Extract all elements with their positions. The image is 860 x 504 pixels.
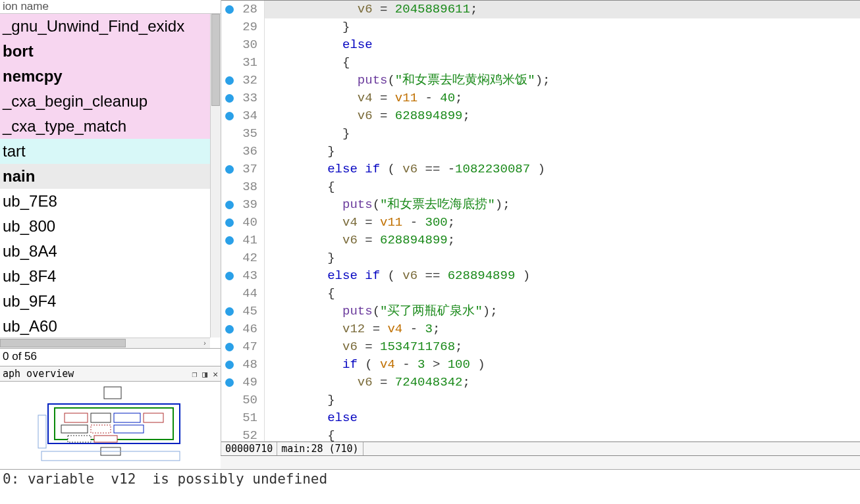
functions-vscrollbar[interactable] <box>210 14 221 338</box>
code-line[interactable]: puts("和女票去吃海底捞"); <box>265 196 860 214</box>
breakpoint-slot[interactable] <box>221 214 237 232</box>
output-content[interactable]: 0: variable v12 is possibly undefined <box>0 470 860 488</box>
code-line[interactable]: v6 = 628894899; <box>265 232 860 249</box>
breakpoint-slot[interactable] <box>221 161 237 178</box>
function-list-item[interactable]: nain <box>0 164 211 189</box>
function-list-item[interactable]: _cxa_type_match <box>0 114 211 139</box>
breakpoint-dot-icon[interactable] <box>225 307 234 316</box>
breakpoint-gutter[interactable] <box>221 1 237 441</box>
breakpoint-slot[interactable] <box>221 125 237 143</box>
breakpoint-slot[interactable] <box>221 303 237 320</box>
code-line[interactable]: else <box>265 36 860 54</box>
breakpoint-slot[interactable] <box>221 89 237 107</box>
breakpoint-slot[interactable] <box>221 320 237 338</box>
breakpoint-slot[interactable] <box>221 178 237 196</box>
breakpoint-slot[interactable] <box>221 232 237 249</box>
breakpoint-dot-icon[interactable] <box>225 361 234 369</box>
code-line[interactable]: v6 = 628894899; <box>265 107 860 125</box>
breakpoint-slot[interactable] <box>221 267 237 285</box>
breakpoint-dot-icon[interactable] <box>225 325 234 334</box>
code-line[interactable]: } <box>265 18 860 36</box>
code-line[interactable]: { <box>265 54 860 72</box>
function-list[interactable]: _gnu_Unwind_Find_exidxbortnemcpy_cxa_beg… <box>0 14 211 348</box>
svg-rect-9 <box>114 425 144 433</box>
line-number: 41 <box>237 232 257 249</box>
code-line[interactable]: { <box>265 178 860 196</box>
breakpoint-dot-icon[interactable] <box>225 94 234 103</box>
code-line[interactable]: } <box>265 143 860 161</box>
popout-icon[interactable]: ◨ <box>202 369 207 379</box>
function-list-item[interactable]: tart <box>0 139 211 164</box>
function-list-item[interactable]: nemcpy <box>0 64 211 89</box>
code-line[interactable]: { <box>265 427 860 441</box>
function-list-item[interactable]: _gnu_Unwind_Find_exidx <box>0 14 211 39</box>
code-line[interactable]: v6 = 724048342; <box>265 374 860 391</box>
breakpoint-dot-icon[interactable] <box>225 218 234 227</box>
code-line[interactable]: puts("买了两瓶矿泉水"); <box>265 303 860 320</box>
functions-hscrollbar[interactable]: › <box>0 338 210 348</box>
breakpoint-slot[interactable] <box>221 427 237 441</box>
scrollbar-thumb[interactable] <box>0 339 126 347</box>
svg-rect-3 <box>65 413 88 422</box>
code-line[interactable]: } <box>265 125 860 143</box>
function-list-item[interactable]: ub_9F4 <box>0 289 211 314</box>
breakpoint-slot[interactable] <box>221 356 237 374</box>
code-line[interactable]: if ( v4 - 3 > 100 ) <box>265 356 860 374</box>
code-line[interactable]: } <box>265 249 860 267</box>
line-number: 37 <box>237 161 257 178</box>
breakpoint-slot[interactable] <box>221 143 237 161</box>
code-line[interactable]: v12 = v4 - 3; <box>265 320 860 338</box>
svg-rect-6 <box>144 413 163 422</box>
code-line[interactable]: puts("和女票去吃黄焖鸡米饭"); <box>265 72 860 89</box>
breakpoint-slot[interactable] <box>221 391 237 409</box>
breakpoint-slot[interactable] <box>221 72 237 89</box>
function-list-item[interactable]: ub_8A4 <box>0 239 211 264</box>
breakpoint-slot[interactable] <box>221 36 237 54</box>
breakpoint-slot[interactable] <box>221 338 237 356</box>
close-icon[interactable]: ✕ <box>213 369 218 379</box>
breakpoint-slot[interactable] <box>221 285 237 303</box>
code-line[interactable]: else <box>265 409 860 427</box>
function-list-item[interactable]: ub_8F4 <box>0 264 211 289</box>
code-line[interactable]: else if ( v6 == -1082230087 ) <box>265 161 860 178</box>
breakpoint-slot[interactable] <box>221 1 237 18</box>
code-line[interactable]: v6 = 2045889611; <box>265 1 860 18</box>
code-content[interactable]: v6 = 2045889611; } else { puts("和女票去吃黄焖鸡… <box>265 1 860 441</box>
breakpoint-slot[interactable] <box>221 409 237 427</box>
function-list-item[interactable]: ub_800 <box>0 214 211 239</box>
svg-rect-2 <box>55 408 173 440</box>
scrollbar-thumb[interactable] <box>211 14 220 106</box>
code-line[interactable]: v4 = v11 - 300; <box>265 214 860 232</box>
breakpoint-dot-icon[interactable] <box>225 165 234 174</box>
restore-icon[interactable]: ❐ <box>192 369 198 379</box>
breakpoint-dot-icon[interactable] <box>225 236 234 245</box>
breakpoint-slot[interactable] <box>221 249 237 267</box>
breakpoint-dot-icon[interactable] <box>225 201 234 209</box>
code-line[interactable]: v6 = 1534711768; <box>265 338 860 356</box>
breakpoint-dot-icon[interactable] <box>225 5 234 14</box>
breakpoint-dot-icon[interactable] <box>225 378 234 387</box>
breakpoint-dot-icon[interactable] <box>225 343 234 351</box>
function-list-item[interactable]: _cxa_begin_cleanup <box>0 89 211 114</box>
breakpoint-slot[interactable] <box>221 54 237 72</box>
line-number: 48 <box>237 356 257 374</box>
breakpoint-dot-icon[interactable] <box>225 76 234 85</box>
scroll-right-icon[interactable]: › <box>200 339 210 347</box>
breakpoint-slot[interactable] <box>221 107 237 125</box>
code-line[interactable]: } <box>265 391 860 409</box>
breakpoint-slot[interactable] <box>221 196 237 214</box>
breakpoint-dot-icon[interactable] <box>225 112 234 120</box>
function-list-item[interactable]: ub_A60 <box>0 314 211 339</box>
line-number: 50 <box>237 391 257 409</box>
breakpoint-slot[interactable] <box>221 374 237 391</box>
code-line[interactable]: { <box>265 285 860 303</box>
function-list-item[interactable]: bort <box>0 39 211 64</box>
function-list-item[interactable]: ub_7E8 <box>0 189 211 214</box>
breakpoint-dot-icon[interactable] <box>225 272 234 280</box>
graph-overview[interactable] <box>0 382 221 468</box>
line-number: 33 <box>237 89 257 107</box>
breakpoint-slot[interactable] <box>221 18 237 36</box>
code-line[interactable]: else if ( v6 == 628894899 ) <box>265 267 860 285</box>
code-line[interactable]: v4 = v11 - 40; <box>265 89 860 107</box>
pseudocode-view[interactable]: 2829303132333435363738394041424344454647… <box>221 1 860 441</box>
